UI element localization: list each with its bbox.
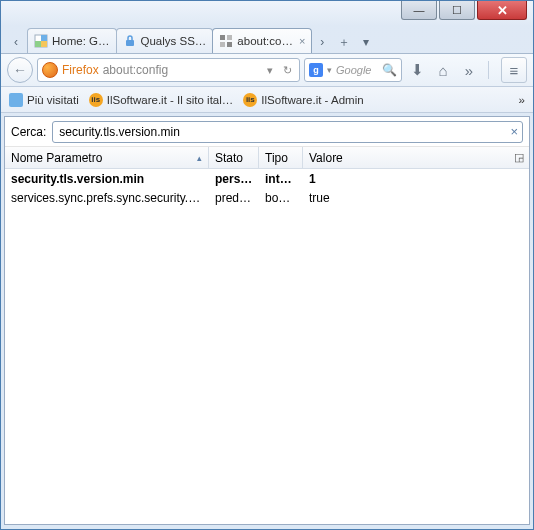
cell-name: services.sync.prefs.sync.security.tls.ve… [5, 191, 209, 205]
cell-stato: predef… [209, 191, 259, 205]
config-favicon-icon [219, 34, 233, 48]
column-header-tipo[interactable]: Tipo [259, 147, 303, 168]
url-bar[interactable]: Firefox about:config ▾ ↻ [37, 58, 300, 82]
svg-rect-1 [41, 35, 47, 41]
svg-rect-3 [41, 41, 47, 47]
bookmark-ilsoftware[interactable]: iis IlSoftware.it - Il sito ital… [89, 93, 234, 107]
url-text: about:config [103, 63, 260, 77]
identity-label: Firefox [62, 63, 99, 77]
search-go-icon[interactable]: 🔍 [382, 63, 397, 77]
tab-new-button[interactable]: ＋ [333, 31, 355, 53]
tab-label: Qualys SS… [141, 35, 207, 47]
bookmark-label: IlSoftware.it - Admin [261, 94, 363, 106]
window-minimize-button[interactable]: — [401, 1, 437, 20]
tab-next-button[interactable]: › [311, 31, 333, 53]
cell-valore: true [303, 191, 529, 205]
svg-rect-5 [220, 35, 225, 40]
svg-rect-6 [227, 35, 232, 40]
search-engine-dropdown-icon[interactable]: ▾ [327, 65, 332, 75]
home-icon[interactable]: ⌂ [432, 59, 454, 81]
tab-label: Home: G… [52, 35, 110, 47]
bookmarks-toolbar: Più visitati iis IlSoftware.it - Il sito… [1, 87, 533, 113]
svg-rect-8 [227, 42, 232, 47]
tab-close-icon[interactable]: × [299, 35, 305, 47]
tab-strip: ‹ Home: G… Qualys SS… about:con… × › ＋ ▾ [1, 26, 533, 53]
bookmark-ilsoftware-admin[interactable]: iis IlSoftware.it - Admin [243, 93, 363, 107]
table-row[interactable]: security.tls.version.min perso… intero 1 [5, 169, 529, 188]
clear-search-icon[interactable]: × [510, 124, 518, 139]
column-header-name[interactable]: Nome Parametro ▴ [5, 147, 209, 168]
back-button[interactable]: ← [7, 57, 33, 83]
tab-prev-button[interactable]: ‹ [5, 31, 27, 53]
most-visited-icon [9, 93, 23, 107]
cell-tipo: intero [259, 172, 303, 186]
config-search-input[interactable] [57, 124, 510, 140]
config-search-row: Cerca: × [5, 117, 529, 147]
url-history-dropdown-icon[interactable]: ▾ [264, 64, 276, 77]
search-input-wrap: × [52, 121, 523, 143]
bookmark-most-visited[interactable]: Più visitati [9, 93, 79, 107]
sort-asc-icon: ▴ [197, 153, 202, 163]
svg-rect-7 [220, 42, 225, 47]
svg-rect-4 [126, 40, 134, 46]
home-favicon-icon [34, 34, 48, 48]
config-table-body: security.tls.version.min perso… intero 1… [5, 169, 529, 524]
tab-label: about:con… [237, 35, 295, 47]
firefox-icon [42, 62, 58, 78]
toolbar-divider [488, 61, 489, 79]
reload-icon[interactable]: ↻ [280, 64, 295, 77]
site-icon: iis [243, 93, 257, 107]
tab-aboutconfig[interactable]: about:con… × [212, 28, 312, 53]
tab-home[interactable]: Home: G… [27, 28, 117, 53]
browser-window: — ☐ ✕ ‹ Home: G… Qualys SS… about:con… ×… [0, 0, 534, 530]
tab-qualys[interactable]: Qualys SS… [116, 28, 214, 53]
cell-name: security.tls.version.min [5, 172, 209, 186]
cell-valore: 1 [303, 172, 529, 186]
search-label: Cerca: [11, 125, 46, 139]
bookmark-label: IlSoftware.it - Il sito ital… [107, 94, 234, 106]
tab-list-dropdown[interactable]: ▾ [355, 31, 377, 53]
titlebar: — ☐ ✕ [1, 1, 533, 26]
search-box[interactable]: g ▾ Google 🔍 [304, 58, 402, 82]
column-header-stato[interactable]: Stato [209, 147, 259, 168]
bookmarks-overflow[interactable]: » [519, 94, 525, 106]
window-close-button[interactable]: ✕ [477, 1, 527, 20]
downloads-icon[interactable]: ⬇ [406, 59, 428, 81]
overflow-icon[interactable]: » [458, 59, 480, 81]
svg-rect-2 [35, 41, 41, 47]
table-row[interactable]: services.sync.prefs.sync.security.tls.ve… [5, 188, 529, 207]
column-header-valore[interactable]: Valore [303, 147, 509, 168]
menu-button[interactable]: ≡ [501, 57, 527, 83]
search-placeholder: Google [336, 64, 378, 76]
cell-stato: perso… [209, 172, 259, 186]
lock-favicon-icon [123, 34, 137, 48]
bookmark-label: Più visitati [27, 94, 79, 106]
window-maximize-button[interactable]: ☐ [439, 1, 475, 20]
navigation-toolbar: ← Firefox about:config ▾ ↻ g ▾ Google 🔍 … [1, 53, 533, 87]
cell-tipo: boole… [259, 191, 303, 205]
column-label: Nome Parametro [11, 151, 102, 165]
config-table-header: Nome Parametro ▴ Stato Tipo Valore ◲ [5, 147, 529, 169]
google-engine-icon[interactable]: g [309, 63, 323, 77]
aboutconfig-content: Cerca: × Nome Parametro ▴ Stato Tipo Val… [4, 116, 530, 525]
site-icon: iis [89, 93, 103, 107]
column-picker-icon[interactable]: ◲ [509, 147, 529, 168]
